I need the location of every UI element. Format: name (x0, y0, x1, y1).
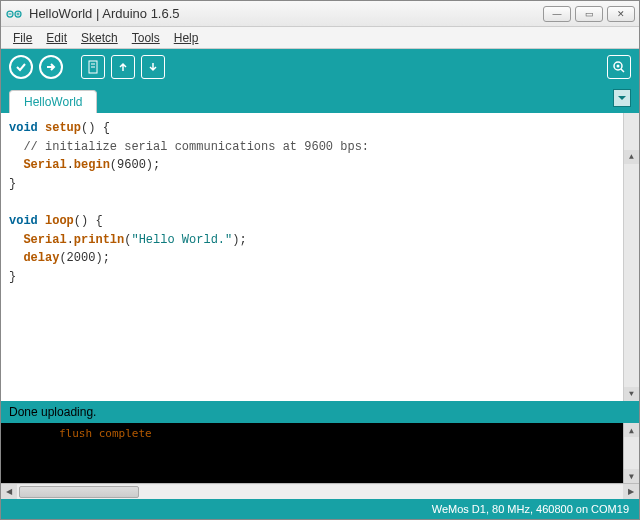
scroll-down-icon[interactable]: ▼ (624, 469, 639, 483)
editor-vertical-scrollbar[interactable]: ▲ ▼ (623, 113, 639, 401)
file-icon (87, 60, 99, 74)
check-icon (15, 61, 27, 73)
minimize-icon: — (553, 9, 562, 19)
tab-helloworld[interactable]: HelloWorld (9, 90, 97, 113)
toolbar (1, 49, 639, 85)
code-editor[interactable]: void setup() { // initialize serial comm… (1, 113, 639, 401)
scroll-down-icon[interactable]: ▼ (624, 387, 639, 401)
tab-menu-button[interactable] (613, 89, 631, 107)
arduino-logo-icon (5, 5, 23, 23)
scroll-up-icon[interactable]: ▲ (624, 423, 639, 437)
chevron-down-icon (617, 93, 627, 103)
menu-sketch[interactable]: Sketch (75, 29, 124, 47)
menu-file[interactable]: File (7, 29, 38, 47)
menu-help[interactable]: Help (168, 29, 205, 47)
status-message: Done uploading. (9, 405, 96, 419)
scroll-track[interactable] (17, 485, 623, 499)
new-button[interactable] (81, 55, 105, 79)
titlebar: HelloWorld | Arduino 1.6.5 — ▭ ✕ (1, 1, 639, 27)
svg-line-9 (621, 69, 624, 72)
scroll-right-icon[interactable]: ▶ (623, 484, 639, 500)
board-info: WeMos D1, 80 MHz, 460800 on COM19 (432, 503, 629, 515)
scroll-left-icon[interactable]: ◀ (1, 484, 17, 500)
horizontal-scrollbar[interactable]: ◀ ▶ (1, 483, 639, 499)
scroll-thumb[interactable] (19, 486, 139, 498)
menu-edit[interactable]: Edit (40, 29, 73, 47)
footer-bar: WeMos D1, 80 MHz, 460800 on COM19 (1, 499, 639, 519)
menu-tools[interactable]: Tools (126, 29, 166, 47)
arrow-right-icon (45, 61, 57, 73)
console-output[interactable]: flush complete ▲ ▼ (1, 423, 639, 483)
menubar: File Edit Sketch Tools Help (1, 27, 639, 49)
console-line: flush complete (59, 427, 152, 440)
console-vertical-scrollbar[interactable]: ▲ ▼ (623, 423, 639, 483)
window-controls: — ▭ ✕ (543, 6, 635, 22)
app-window: HelloWorld | Arduino 1.6.5 — ▭ ✕ File Ed… (0, 0, 640, 520)
window-title: HelloWorld | Arduino 1.6.5 (29, 6, 543, 21)
serial-monitor-button[interactable] (607, 55, 631, 79)
arrow-down-icon (147, 61, 159, 73)
serial-monitor-icon (612, 60, 626, 74)
status-bar: Done uploading. (1, 401, 639, 423)
tabbar: HelloWorld (1, 85, 639, 113)
arrow-up-icon (117, 61, 129, 73)
maximize-icon: ▭ (585, 9, 594, 19)
svg-point-10 (617, 65, 620, 68)
close-button[interactable]: ✕ (607, 6, 635, 22)
minimize-button[interactable]: — (543, 6, 571, 22)
close-icon: ✕ (617, 9, 625, 19)
scroll-up-icon[interactable]: ▲ (624, 150, 639, 164)
upload-button[interactable] (39, 55, 63, 79)
save-button[interactable] (141, 55, 165, 79)
verify-button[interactable] (9, 55, 33, 79)
maximize-button[interactable]: ▭ (575, 6, 603, 22)
open-button[interactable] (111, 55, 135, 79)
